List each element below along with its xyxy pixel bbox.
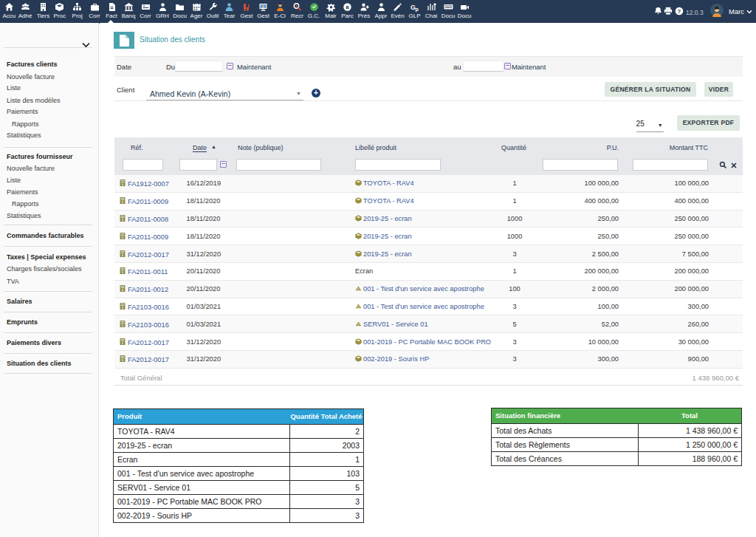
svg-text:p: p <box>416 7 419 13</box>
svg-text:GED: GED <box>444 5 453 9</box>
svg-text:a: a <box>346 4 349 10</box>
svg-text:?: ? <box>678 8 681 15</box>
